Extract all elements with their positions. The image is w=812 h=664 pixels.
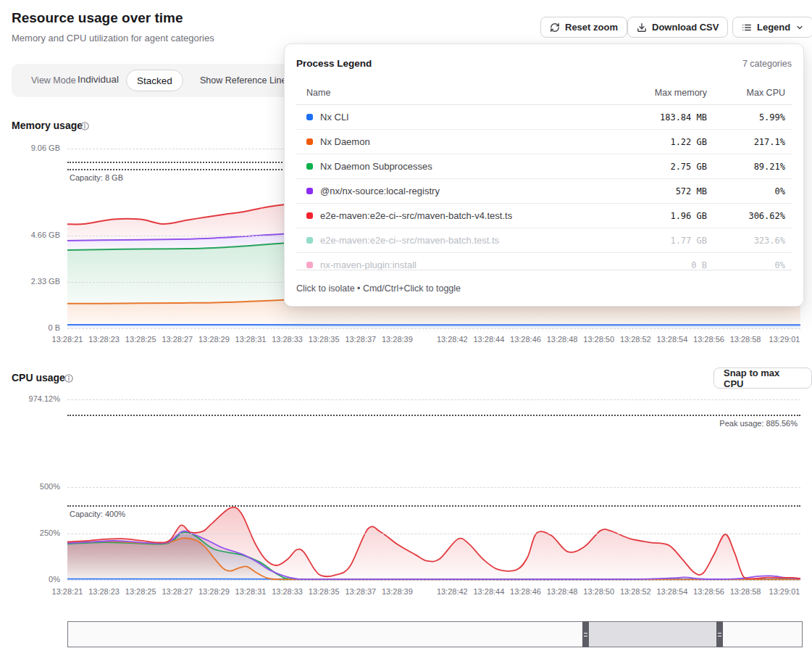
reference-line-label: Peak usage: 885.56%	[67, 419, 798, 428]
y-axis-label: 250%	[0, 528, 60, 537]
legend-name: @nx/nx-source:local-registry	[320, 186, 598, 196]
page-subtitle: Memory and CPU utilization for agent cat…	[12, 33, 214, 43]
cpu-section-title: CPU usage	[12, 372, 65, 383]
legend-color-dot	[306, 138, 313, 145]
y-axis-label: 0 B	[0, 323, 60, 332]
popup-header: Process Legend 7 categories	[296, 44, 792, 80]
x-axis-label: 13:29:01	[763, 587, 806, 596]
x-axis-label: 13:28:39	[375, 335, 419, 344]
reset-zoom-label: Reset zoom	[565, 22, 618, 33]
y-axis-label: 2.33 GB	[0, 277, 60, 286]
legend-color-dot	[306, 114, 313, 120]
view-mode-stacked[interactable]: Stacked	[126, 70, 183, 91]
refresh-icon	[550, 22, 560, 33]
y-axis-label: 9.06 GB	[0, 144, 60, 152]
legend-name: Nx Daemon	[320, 136, 598, 147]
chevron-down-icon	[795, 23, 804, 32]
legend-color-dot	[306, 262, 313, 268]
legend-max-memory: 1.22 GB	[598, 137, 707, 147]
legend-name: e2e-maven:e2e-ci--src/maven-batch-v4.tes…	[320, 210, 598, 221]
gridline	[67, 487, 800, 488]
legend-color-dot	[306, 212, 313, 219]
show-reference-lines[interactable]: Show Reference Lines	[200, 75, 291, 86]
brush-handle-left[interactable]	[582, 621, 589, 647]
legend-max-cpu: 0%	[707, 260, 785, 270]
cpu-chart-plot-area[interactable]: 974.12%500%250%0%Peak usage: 885.56%Capa…	[0, 391, 812, 603]
legend-max-memory: 183.84 MB	[598, 112, 707, 123]
legend-name: Nx Daemon Subprocesses	[320, 161, 598, 172]
view-mode-label: View Mode	[31, 75, 76, 86]
gridline	[67, 399, 800, 400]
memory-info-icon[interactable]	[80, 121, 90, 131]
legend-color-dot	[306, 237, 313, 244]
column-name: Name	[306, 88, 598, 98]
legend-max-memory: 1.96 GB	[598, 211, 707, 221]
legend-max-cpu: 306.62%	[707, 211, 785, 221]
gridline	[67, 328, 800, 329]
x-axis-label: 13:29:01	[763, 335, 806, 344]
column-max-cpu: Max CPU	[707, 88, 785, 98]
legend-row[interactable]: Nx Daemon Subprocesses 2.75 GB 89.21%	[296, 154, 792, 179]
brush-handle-right[interactable]	[716, 621, 723, 647]
legend-max-cpu: 89.21%	[707, 162, 785, 172]
cpu-info-icon[interactable]	[64, 373, 74, 383]
grip-icon	[718, 633, 721, 636]
legend-row[interactable]: @nx/nx-source:local-registry 572 MB 0%	[296, 179, 792, 204]
snap-to-max-cpu-button[interactable]: Snap to max CPU	[713, 368, 812, 389]
page-title: Resource usage over time	[12, 10, 183, 26]
legend-color-dot	[306, 163, 313, 170]
popup-category-count: 7 categories	[742, 59, 792, 69]
legend-row[interactable]: e2e-maven:e2e-ci--src/maven-batch-v4.tes…	[296, 204, 792, 228]
legend-max-cpu: 5.99%	[707, 112, 785, 123]
process-legend-popup: Process Legend 7 categories Name Max mem…	[284, 43, 804, 307]
y-axis-label: 500%	[0, 482, 60, 491]
legend-name: e2e-maven:e2e-ci--src/maven-batch.test.t…	[320, 235, 598, 246]
view-mode-individual[interactable]: Individual	[78, 74, 119, 85]
legend-max-cpu: 323.6%	[707, 236, 785, 246]
legend-row[interactable]: e2e-maven:e2e-ci--src/maven-batch.test.t…	[296, 228, 792, 253]
download-csv-label: Download CSV	[652, 22, 719, 33]
x-axis-label: 13:28:39	[375, 587, 419, 596]
legend-name: nx-maven-plugin:install	[320, 260, 598, 270]
legend-max-cpu: 0%	[707, 186, 785, 196]
legend-max-memory: 0 B	[598, 260, 707, 270]
legend-max-memory: 2.75 GB	[598, 162, 707, 172]
grip-icon	[584, 633, 587, 636]
reference-line	[67, 505, 800, 507]
legend-row[interactable]: Nx CLI 183.84 MB 5.99%	[296, 105, 792, 130]
legend-name: Nx CLI	[320, 112, 598, 123]
legend-max-memory: 572 MB	[598, 186, 707, 196]
reset-zoom-button[interactable]: Reset zoom	[540, 17, 627, 38]
reference-line	[67, 415, 800, 416]
gridline	[67, 580, 800, 581]
x-axis-label: 13:28:58	[724, 587, 767, 596]
reference-line-label: Capacity: 400%	[70, 510, 125, 518]
reference-line-label: Capacity: 8 GB	[70, 173, 123, 182]
popup-footer-hint: Click to isolate • Cmd/Ctrl+Click to tog…	[296, 270, 792, 306]
gridline	[67, 534, 800, 534]
legend-button[interactable]: Legend	[732, 17, 812, 38]
legend-rows: Nx CLI 183.84 MB 5.99% Nx Daemon 1.22 GB…	[296, 105, 792, 277]
download-csv-button[interactable]: Download CSV	[627, 17, 728, 38]
legend-row[interactable]: Nx Daemon 1.22 GB 217.1%	[296, 130, 792, 154]
legend-button-label: Legend	[757, 22, 790, 33]
y-axis-label: 974.12%	[0, 394, 60, 403]
legend-max-memory: 1.77 GB	[598, 236, 707, 246]
popup-title: Process Legend	[296, 58, 372, 69]
x-axis-label: 13:28:58	[724, 335, 767, 344]
list-icon	[742, 22, 752, 33]
brush-selection[interactable]	[589, 622, 716, 647]
y-axis-label: 4.66 GB	[0, 231, 60, 239]
download-icon	[637, 22, 647, 33]
legend-color-dot	[306, 188, 313, 194]
legend-table-header: Name Max memory Max CPU	[296, 80, 792, 105]
y-axis-label: 0%	[0, 575, 60, 584]
legend-max-cpu: 217.1%	[707, 137, 785, 147]
column-max-memory: Max memory	[598, 88, 707, 98]
brush-track[interactable]	[67, 621, 803, 647]
memory-section-title: Memory usage	[12, 120, 83, 131]
